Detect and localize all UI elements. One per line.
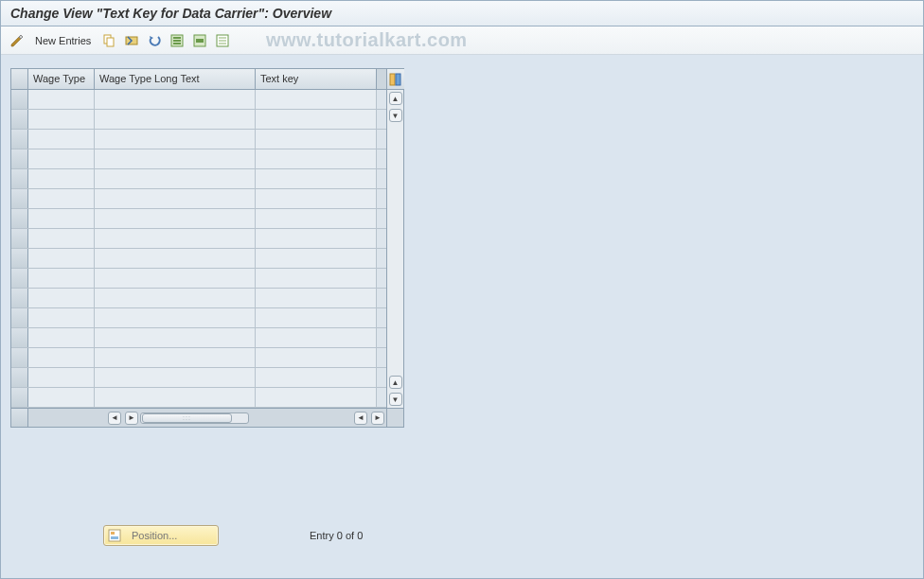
cell-wage-type[interactable] bbox=[28, 308, 95, 327]
cell-text-key[interactable] bbox=[256, 289, 377, 307]
cell-text-key[interactable] bbox=[256, 308, 377, 327]
svg-rect-16 bbox=[111, 532, 115, 535]
cell-wage-type-long-text[interactable] bbox=[95, 149, 256, 168]
new-entries-button[interactable]: New Entries bbox=[31, 33, 95, 48]
cell-wage-type-long-text[interactable] bbox=[95, 130, 256, 149]
deselect-all-icon[interactable] bbox=[214, 32, 231, 49]
select-all-icon[interactable] bbox=[169, 32, 186, 49]
undo-icon[interactable] bbox=[146, 32, 163, 49]
row-selector[interactable] bbox=[11, 388, 28, 407]
col-text-key[interactable]: Text key bbox=[256, 69, 377, 89]
cell-wage-type-long-text[interactable] bbox=[95, 229, 256, 248]
cell-wage-type-long-text[interactable] bbox=[95, 249, 256, 268]
cell-wage-type[interactable] bbox=[28, 388, 95, 407]
cell-wage-type[interactable] bbox=[28, 269, 95, 288]
cell-text-key[interactable] bbox=[256, 169, 377, 188]
cell-wage-type-long-text[interactable] bbox=[95, 189, 256, 208]
cell-wage-type[interactable] bbox=[28, 209, 95, 228]
cell-text-key[interactable] bbox=[256, 209, 377, 228]
cell-wage-type[interactable] bbox=[28, 149, 95, 168]
cell-wage-type-long-text[interactable] bbox=[95, 368, 256, 387]
cell-wage-type[interactable] bbox=[28, 229, 95, 248]
delete-icon[interactable] bbox=[123, 32, 140, 49]
table-row bbox=[11, 308, 386, 328]
scroll-up-icon[interactable]: ▲ bbox=[389, 92, 402, 105]
cell-wage-type-long-text[interactable] bbox=[95, 308, 256, 327]
cell-wage-type[interactable] bbox=[28, 328, 95, 347]
cell-wage-type-long-text[interactable] bbox=[95, 110, 256, 129]
cell-text-key[interactable] bbox=[256, 328, 377, 347]
row-selector[interactable] bbox=[11, 269, 28, 288]
cell-wage-type-long-text[interactable] bbox=[95, 209, 256, 228]
svg-rect-8 bbox=[196, 39, 204, 43]
svg-rect-15 bbox=[109, 530, 120, 541]
row-selector[interactable] bbox=[11, 130, 28, 149]
copy-icon[interactable] bbox=[100, 32, 117, 49]
table-settings-icon[interactable] bbox=[387, 69, 404, 90]
svg-rect-11 bbox=[219, 40, 226, 42]
position-label: Position... bbox=[132, 530, 177, 541]
cell-wage-type[interactable] bbox=[28, 289, 95, 307]
row-selector[interactable] bbox=[11, 249, 28, 268]
scroll-down-icon[interactable]: ▼ bbox=[389, 109, 402, 122]
scroll-right-end-icon[interactable]: ► bbox=[371, 412, 384, 425]
vertical-scrollbar[interactable]: ▲ ▼ ▲ ▼ bbox=[386, 69, 403, 408]
row-selector[interactable] bbox=[11, 149, 28, 168]
scroll-right-step-icon[interactable]: ► bbox=[125, 412, 138, 425]
cell-wage-type-long-text[interactable] bbox=[95, 348, 256, 367]
cell-wage-type[interactable] bbox=[28, 90, 95, 109]
cell-text-key[interactable] bbox=[256, 249, 377, 268]
row-selector[interactable] bbox=[11, 348, 28, 367]
cell-wage-type[interactable] bbox=[28, 169, 95, 188]
cell-text-key[interactable] bbox=[256, 229, 377, 248]
table-row bbox=[11, 169, 386, 189]
row-selector[interactable] bbox=[11, 368, 28, 387]
position-button[interactable]: Position... bbox=[103, 525, 219, 546]
row-selector[interactable] bbox=[11, 169, 28, 188]
hscroll-thumb[interactable]: ::: bbox=[142, 413, 232, 423]
cell-text-key[interactable] bbox=[256, 90, 377, 109]
row-selector[interactable] bbox=[11, 189, 28, 208]
cell-wage-type[interactable] bbox=[28, 110, 95, 129]
cell-wage-type[interactable] bbox=[28, 249, 95, 268]
cell-text-key[interactable] bbox=[256, 388, 377, 407]
cell-text-key[interactable] bbox=[256, 189, 377, 208]
cell-text-key[interactable] bbox=[256, 269, 377, 288]
cell-wage-type-long-text[interactable] bbox=[95, 388, 256, 407]
cell-text-key[interactable] bbox=[256, 368, 377, 387]
cell-wage-type[interactable] bbox=[28, 348, 95, 367]
row-selector[interactable] bbox=[11, 289, 28, 307]
row-selector[interactable] bbox=[11, 209, 28, 228]
cell-text-key[interactable] bbox=[256, 149, 377, 168]
cell-wage-type-long-text[interactable] bbox=[95, 289, 256, 307]
cell-text-key[interactable] bbox=[256, 130, 377, 149]
toggle-display-change-icon[interactable] bbox=[9, 32, 26, 49]
scroll-up-bottom-icon[interactable]: ▲ bbox=[389, 376, 402, 389]
cell-wage-type[interactable] bbox=[28, 189, 95, 208]
cell-wage-type[interactable] bbox=[28, 130, 95, 149]
cell-wage-type-long-text[interactable] bbox=[95, 90, 256, 109]
select-block-icon[interactable] bbox=[191, 32, 208, 49]
cell-wage-type[interactable] bbox=[28, 368, 95, 387]
svg-rect-5 bbox=[173, 40, 181, 42]
cell-text-key[interactable] bbox=[256, 348, 377, 367]
scroll-left-start-icon[interactable]: ◄ bbox=[108, 412, 121, 425]
cell-text-key[interactable] bbox=[256, 110, 377, 129]
select-all-rows[interactable] bbox=[11, 69, 28, 89]
row-selector[interactable] bbox=[11, 229, 28, 248]
col-wage-type-long-text[interactable]: Wage Type Long Text bbox=[95, 69, 256, 89]
row-selector[interactable] bbox=[11, 110, 28, 129]
row-selector[interactable] bbox=[11, 90, 28, 109]
table-row bbox=[11, 328, 386, 348]
cell-wage-type-long-text[interactable] bbox=[95, 169, 256, 188]
scroll-left-end-icon[interactable]: ◄ bbox=[354, 412, 367, 425]
row-selector[interactable] bbox=[11, 328, 28, 347]
cell-wage-type-long-text[interactable] bbox=[95, 328, 256, 347]
scroll-down-bottom-icon[interactable]: ▼ bbox=[389, 393, 402, 406]
cell-wage-type-long-text[interactable] bbox=[95, 269, 256, 288]
col-wage-type[interactable]: Wage Type bbox=[28, 69, 95, 89]
row-selector[interactable] bbox=[11, 308, 28, 327]
table-row bbox=[11, 189, 386, 209]
table-header: Wage Type Wage Type Long Text Text key bbox=[11, 69, 386, 90]
horizontal-scrollbar[interactable]: ◄ ► ::: ◄ ► bbox=[11, 408, 403, 427]
